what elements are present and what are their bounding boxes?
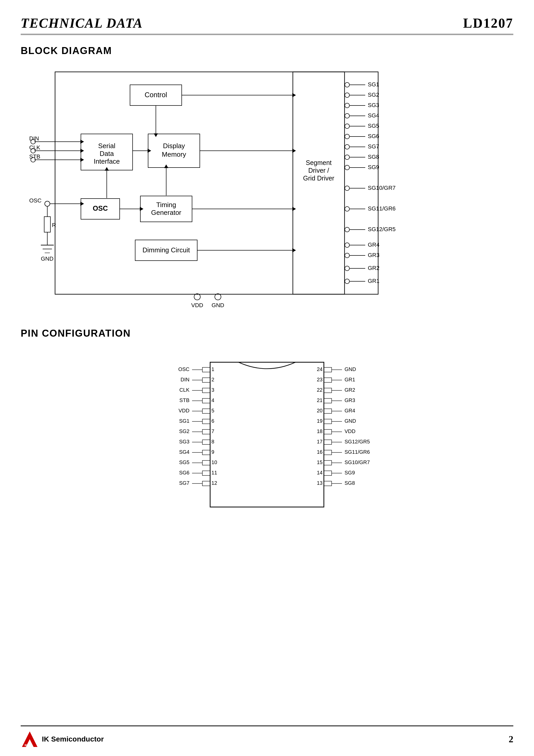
svg-point-83 xyxy=(345,134,349,139)
block-diagram-svg: Segment Driver / Grid Driver Control Ser… xyxy=(21,64,513,312)
svg-rect-208 xyxy=(324,471,332,475)
svg-rect-1 xyxy=(293,72,345,294)
svg-text:3: 3 xyxy=(211,387,214,393)
svg-text:GR3: GR3 xyxy=(345,397,355,403)
svg-point-86 xyxy=(345,145,349,149)
svg-text:R: R xyxy=(52,222,56,228)
svg-rect-128 xyxy=(202,388,210,393)
svg-marker-26 xyxy=(292,149,296,153)
block-diagram-heading: BLOCK DIAGRAM xyxy=(21,45,513,56)
svg-point-68 xyxy=(345,82,349,87)
svg-marker-28 xyxy=(154,133,158,137)
svg-text:STB: STB xyxy=(179,397,189,403)
svg-rect-180 xyxy=(324,398,332,403)
svg-text:10: 10 xyxy=(211,459,217,465)
svg-text:Control: Control xyxy=(145,91,167,99)
svg-text:SG10/GR7: SG10/GR7 xyxy=(368,185,396,191)
svg-rect-144 xyxy=(202,429,210,434)
svg-rect-160 xyxy=(202,471,210,475)
block-diagram-section: BLOCK DIAGRAM Segment Driver / Grid Driv… xyxy=(21,45,513,312)
svg-point-113 xyxy=(345,279,349,284)
svg-text:SG4: SG4 xyxy=(179,449,189,455)
svg-rect-136 xyxy=(202,409,210,414)
svg-rect-164 xyxy=(202,481,210,486)
svg-text:16: 16 xyxy=(317,449,323,455)
svg-text:SG5: SG5 xyxy=(368,122,379,129)
svg-text:23: 23 xyxy=(317,377,323,382)
svg-text:11: 11 xyxy=(211,470,217,475)
svg-text:SG11/GR6: SG11/GR6 xyxy=(345,449,370,455)
pin-config-heading: PIN CONFIGURATION xyxy=(21,328,513,339)
svg-text:13: 13 xyxy=(317,480,323,486)
svg-text:SG11/GR6: SG11/GR6 xyxy=(368,205,396,212)
svg-point-71 xyxy=(345,93,349,97)
svg-text:24: 24 xyxy=(317,366,323,372)
svg-text:Dimming Circuit: Dimming Circuit xyxy=(143,246,190,254)
svg-text:SG7: SG7 xyxy=(368,143,379,150)
svg-marker-44 xyxy=(80,158,84,162)
svg-text:1: 1 xyxy=(211,366,214,372)
svg-text:20: 20 xyxy=(317,408,323,414)
svg-marker-22 xyxy=(292,93,296,97)
svg-point-45 xyxy=(45,201,50,206)
svg-marker-34 xyxy=(292,207,296,211)
svg-text:Generator: Generator xyxy=(151,209,181,216)
svg-rect-172 xyxy=(324,378,332,382)
svg-text:Data: Data xyxy=(100,150,114,157)
svg-rect-168 xyxy=(324,367,332,372)
svg-rect-132 xyxy=(202,398,210,403)
svg-point-107 xyxy=(345,253,349,258)
svg-text:GR3: GR3 xyxy=(368,252,380,258)
svg-marker-30 xyxy=(164,164,168,168)
svg-text:GND: GND xyxy=(41,256,54,262)
svg-text:SG9: SG9 xyxy=(345,470,355,475)
svg-marker-36 xyxy=(292,248,296,252)
svg-text:Segment: Segment xyxy=(306,159,332,166)
svg-text:4: 4 xyxy=(211,397,214,403)
svg-text:SG5: SG5 xyxy=(179,459,189,465)
svg-text:18: 18 xyxy=(317,428,323,434)
svg-rect-196 xyxy=(324,440,332,445)
svg-point-98 xyxy=(345,206,349,211)
svg-text:6: 6 xyxy=(211,418,214,424)
svg-text:SG6: SG6 xyxy=(179,470,189,475)
svg-text:Display: Display xyxy=(163,142,185,150)
company-name: IK Semiconductor xyxy=(42,735,104,743)
svg-point-74 xyxy=(345,103,349,108)
svg-rect-120 xyxy=(202,367,210,372)
svg-marker-24 xyxy=(147,149,151,153)
svg-text:GR4: GR4 xyxy=(345,408,355,414)
svg-text:12: 12 xyxy=(211,480,217,486)
svg-text:VDD: VDD xyxy=(345,428,356,434)
svg-text:Memory: Memory xyxy=(162,150,186,158)
svg-text:GND: GND xyxy=(345,366,356,372)
svg-text:Timing: Timing xyxy=(156,201,176,209)
svg-point-110 xyxy=(345,266,349,271)
svg-rect-176 xyxy=(324,388,332,393)
svg-rect-124 xyxy=(202,378,210,382)
svg-text:VDD: VDD xyxy=(178,408,189,414)
svg-rect-152 xyxy=(202,450,210,455)
svg-text:SG10/GR7: SG10/GR7 xyxy=(345,459,370,465)
svg-rect-192 xyxy=(324,429,332,434)
svg-rect-0 xyxy=(55,72,378,294)
svg-text:Interface: Interface xyxy=(93,157,120,165)
svg-text:15: 15 xyxy=(317,459,323,465)
svg-text:19: 19 xyxy=(317,418,323,424)
header: TECHNICAL DATA LD1207 xyxy=(21,15,513,35)
svg-rect-200 xyxy=(324,450,332,455)
svg-text:GR2: GR2 xyxy=(345,387,355,393)
svg-point-89 xyxy=(345,155,349,159)
page-number: 2 xyxy=(509,734,513,744)
svg-text:SG4: SG4 xyxy=(368,112,379,119)
svg-point-92 xyxy=(345,165,349,170)
svg-text:17: 17 xyxy=(317,439,323,445)
svg-rect-140 xyxy=(202,419,210,424)
company-logo-icon: IK xyxy=(21,730,39,748)
svg-point-80 xyxy=(345,124,349,128)
svg-text:22: 22 xyxy=(317,387,323,393)
svg-text:Driver /: Driver / xyxy=(308,167,329,174)
svg-text:Serial: Serial xyxy=(98,142,115,150)
svg-text:SG12/GR5: SG12/GR5 xyxy=(368,226,396,232)
svg-rect-156 xyxy=(202,460,210,465)
